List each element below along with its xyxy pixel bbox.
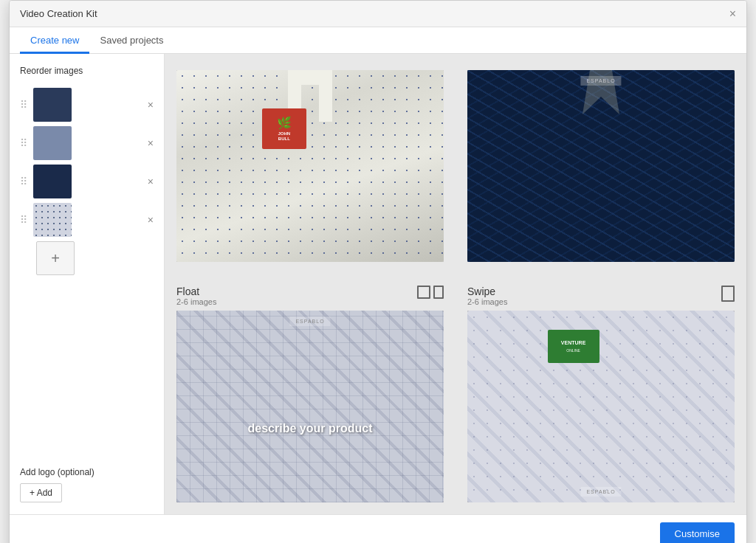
text-overlay-float: describe your product	[176, 422, 444, 435]
close-button[interactable]: ×	[729, 8, 736, 20]
drag-handle-icon[interactable]: ⠿	[20, 99, 27, 111]
list-item: +	[20, 241, 154, 275]
dialog-title: Video Creation Kit	[20, 8, 97, 19]
logo-text-1: JOHNBULL	[278, 131, 290, 142]
drag-handle-icon[interactable]: ⠿	[20, 137, 27, 149]
dialog-titlebar: Video Creation Kit ×	[10, 1, 746, 27]
drag-handle-icon[interactable]: ⠿	[20, 176, 27, 187]
float-template-header: Float 2-6 images	[176, 286, 444, 306]
template-cell-float: Float 2-6 images	[165, 274, 456, 514]
add-logo-label: Add logo (optional)	[20, 467, 154, 477]
drag-handle-icon[interactable]: ⠿	[20, 214, 27, 226]
brand-watermark-swipe: ESPABLO	[580, 487, 621, 497]
template-cell-1: 🌿 JOHNBULL	[165, 54, 456, 274]
swipe-template-meta: 2-6 images	[467, 297, 507, 306]
list-item: ⠿ ×	[20, 165, 154, 198]
logo-icon: 🌿	[277, 116, 292, 130]
remove-image-2-button[interactable]: ×	[148, 138, 154, 148]
main-content: 🌿 JOHNBULL	[165, 54, 746, 514]
brand-watermark-float: ESPABLO	[289, 317, 330, 326]
layout-square-icon	[417, 286, 430, 299]
dialog-footer: Customise	[10, 514, 746, 543]
remove-image-1-button[interactable]: ×	[148, 100, 154, 110]
float-template-name: Float	[176, 286, 216, 297]
add-logo-button[interactable]: + Add	[20, 483, 62, 502]
remove-image-4-button[interactable]: ×	[148, 215, 154, 225]
shirt-pattern-2	[467, 70, 735, 262]
reorder-images-title: Reorder images	[20, 66, 154, 76]
swipe-layout-icon	[721, 286, 735, 302]
tab-create-new[interactable]: Create new	[20, 27, 89, 54]
image-thumbnail-2	[33, 126, 72, 160]
image-list: ⠿ × ⠿ × ⠿	[20, 88, 154, 275]
layout-single-icon	[721, 286, 735, 302]
shirt-image-float: ESPABLO describe your product	[176, 311, 444, 502]
sidebar-bottom: Add logo (optional) + Add	[20, 455, 154, 502]
shirt-image-swipe: VENTUREONLINE ESPABLO	[467, 311, 735, 502]
list-item: ⠿ ×	[20, 88, 154, 122]
template-cell-swipe: Swipe 2-6 images	[456, 274, 746, 514]
shirt-lines-swipe	[467, 311, 735, 502]
swipe-template-name: Swipe	[467, 286, 507, 297]
image-thumbnail-1	[33, 88, 72, 122]
image-thumbnail-3	[33, 165, 72, 198]
templates-grid: 🌿 JOHNBULL	[165, 54, 746, 514]
layout-rect-icon	[433, 286, 444, 299]
swipe-template-header: Swipe 2-6 images	[467, 286, 735, 306]
image-thumbnail-4	[33, 203, 72, 237]
green-logo-text: VENTUREONLINE	[561, 339, 585, 354]
list-item: ⠿ ×	[20, 126, 154, 160]
brand-logo-1: 🌿 JOHNBULL	[262, 108, 306, 149]
template-1-preview[interactable]: 🌿 JOHNBULL	[176, 70, 444, 262]
dialog-body: Reorder images ⠿ × ⠿ × ⠿	[10, 54, 746, 514]
remove-image-3-button[interactable]: ×	[148, 176, 154, 187]
tab-saved-projects[interactable]: Saved projects	[89, 27, 173, 54]
float-template-preview[interactable]: ESPABLO describe your product	[176, 311, 444, 502]
customise-button[interactable]: Customise	[660, 522, 735, 543]
float-template-meta: 2-6 images	[176, 297, 216, 306]
add-image-button[interactable]: +	[36, 241, 75, 275]
shirt-image-2: ESPABLO	[467, 70, 735, 262]
shirt-image-1: 🌿 JOHNBULL	[176, 70, 444, 262]
sidebar: Reorder images ⠿ × ⠿ × ⠿	[10, 54, 165, 514]
swipe-template-preview[interactable]: VENTUREONLINE ESPABLO	[467, 311, 735, 502]
dialog-container: Video Creation Kit × Create new Saved pr…	[9, 0, 747, 543]
green-logo-swipe: VENTUREONLINE	[548, 330, 599, 363]
template-2-preview[interactable]: ESPABLO	[467, 70, 735, 262]
list-item: ⠿ ×	[20, 203, 154, 237]
template-cell-2: ESPABLO	[456, 54, 746, 274]
float-layout-icon	[417, 286, 444, 299]
tabs-bar: Create new Saved projects	[10, 27, 746, 54]
shirt-print-float	[176, 311, 444, 502]
